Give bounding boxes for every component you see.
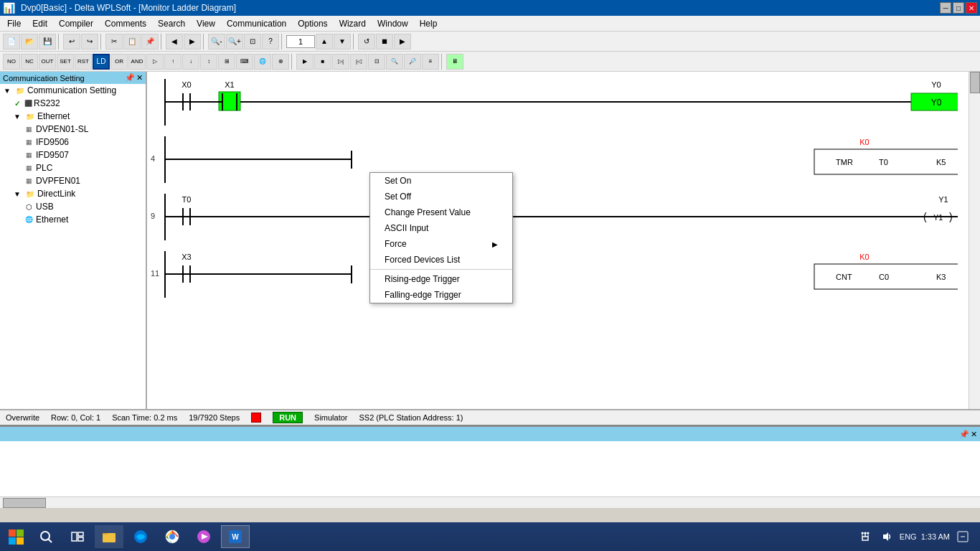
bottom-close-icon[interactable]: ✕ xyxy=(971,430,977,439)
tb2-25[interactable]: 🖥 xyxy=(446,54,463,70)
tb2-12[interactable]: ↕ xyxy=(200,54,217,70)
taskbar-task-view[interactable] xyxy=(63,525,92,548)
tb-back[interactable]: ◀ xyxy=(166,34,183,50)
tb-zoom-out[interactable]: 🔍- xyxy=(208,34,225,50)
v-scrollbar-thumb[interactable] xyxy=(970,72,980,93)
tb2-2[interactable]: NC xyxy=(21,54,38,70)
tree-dl-ethernet[interactable]: 🌐 Ethernet xyxy=(0,213,146,226)
ladder-area[interactable]: X0 X1 Y0 Y0 4 xyxy=(147,72,980,409)
tree-ethernet[interactable]: ▼ 📁 Ethernet xyxy=(0,110,146,123)
tb2-18[interactable]: ■ xyxy=(314,54,331,70)
tree-ifd9507[interactable]: ▦ IFD9507 xyxy=(0,149,146,161)
h-scrollbar-thumb[interactable] xyxy=(3,498,46,508)
tb2-8[interactable]: AND xyxy=(128,54,146,70)
tree-ifd9506[interactable]: ▦ IFD9506 xyxy=(0,136,146,149)
ctx-force[interactable]: Force ▶ xyxy=(370,236,512,252)
tb2-20[interactable]: |◁ xyxy=(350,54,367,70)
tree-dvpfen01[interactable]: ▦ DVPFEN01 xyxy=(0,174,146,187)
tree-root[interactable]: ▼ 📁 Communication Setting xyxy=(0,84,146,97)
tb-redo[interactable]: ↪ xyxy=(81,34,98,50)
tb2-11[interactable]: ↓ xyxy=(182,54,199,70)
tb-run[interactable]: ▶ xyxy=(394,34,411,50)
tb-paste[interactable]: 📌 xyxy=(141,34,159,50)
network-icon[interactable] xyxy=(857,528,874,545)
tb2-7[interactable]: OR xyxy=(110,54,128,70)
taskbar-wplsoft[interactable]: W xyxy=(221,525,250,548)
notification-icon[interactable] xyxy=(954,528,971,545)
tb-zoom-fit[interactable]: ⊡ xyxy=(244,34,261,50)
h-scrollbar[interactable] xyxy=(0,496,980,508)
tb2-5[interactable]: RST xyxy=(75,54,92,70)
tb2-13[interactable]: ⊞ xyxy=(218,54,235,70)
status-run-button[interactable]: RUN xyxy=(273,412,303,423)
tb2-4[interactable]: SET xyxy=(57,54,74,70)
tb2-10[interactable]: ↑ xyxy=(164,54,182,70)
tree-plc[interactable]: ▦ PLC xyxy=(0,161,146,174)
tb-new[interactable]: 📄 xyxy=(3,34,20,50)
tb2-24[interactable]: ≡ xyxy=(422,54,439,70)
tree-pin[interactable]: 📌 xyxy=(125,73,135,83)
ctx-falling-edge[interactable]: Falling-edge Trigger xyxy=(370,287,512,303)
tb2-3[interactable]: OUT xyxy=(39,54,56,70)
tb-step-down[interactable]: ▼ xyxy=(334,34,351,50)
tree-directlink[interactable]: ▼ 📁 DirectLink xyxy=(0,187,146,200)
restore-button[interactable]: □ xyxy=(953,2,964,14)
taskbar-edge[interactable] xyxy=(126,525,155,548)
tb-save[interactable]: 💾 xyxy=(39,34,56,50)
tb2-6[interactable]: LD xyxy=(93,54,110,70)
menu-wizard[interactable]: Wizard xyxy=(334,16,372,31)
taskbar-media[interactable] xyxy=(189,525,218,548)
tree-usb[interactable]: ⬡ USB xyxy=(0,200,146,213)
ctx-ascii-input[interactable]: ASCII Input xyxy=(370,220,512,236)
tb-open[interactable]: 📂 xyxy=(21,34,38,50)
tb2-1[interactable]: NO xyxy=(3,54,20,70)
start-button[interactable] xyxy=(3,524,29,550)
tb-undo[interactable]: ↩ xyxy=(63,34,80,50)
tree-rs232[interactable]: ✓ ⬛ RS232 xyxy=(0,97,146,110)
taskbar-file-explorer[interactable] xyxy=(95,525,123,548)
menu-options[interactable]: Options xyxy=(292,16,333,31)
ctx-set-off[interactable]: Set Off xyxy=(370,189,512,204)
step-input[interactable] xyxy=(286,35,315,48)
tb-zoom-in[interactable]: 🔍+ xyxy=(226,34,243,50)
menu-communication[interactable]: Communication xyxy=(221,16,292,31)
volume-icon[interactable] xyxy=(878,528,895,545)
tree-close[interactable]: ✕ xyxy=(136,73,143,83)
title-bar-controls[interactable]: ─ □ ✕ xyxy=(940,2,977,14)
taskbar-search[interactable] xyxy=(32,525,60,548)
tb2-21[interactable]: ⊡ xyxy=(368,54,385,70)
v-scrollbar[interactable] xyxy=(969,72,980,409)
menu-view[interactable]: View xyxy=(191,16,221,31)
menu-help[interactable]: Help xyxy=(414,16,443,31)
menu-comments[interactable]: Comments xyxy=(99,16,152,31)
close-button[interactable]: ✕ xyxy=(966,2,977,14)
tb-forward[interactable]: ▶ xyxy=(184,34,201,50)
ctx-set-on[interactable]: Set On xyxy=(370,173,512,189)
tb2-14[interactable]: ⌨ xyxy=(236,54,253,70)
tb2-23[interactable]: 🔎 xyxy=(404,54,421,70)
tb-refresh[interactable]: ↺ xyxy=(358,34,375,50)
taskbar-chrome[interactable] xyxy=(158,525,187,548)
menu-window[interactable]: Window xyxy=(372,16,414,31)
tb-copy[interactable]: 📋 xyxy=(123,34,141,50)
minimize-button[interactable]: ─ xyxy=(940,2,951,14)
ctx-rising-edge[interactable]: Rising-edge Trigger xyxy=(370,271,512,287)
ctx-change-present-value[interactable]: Change Present Value xyxy=(370,204,512,220)
bottom-panel-controls[interactable]: 📌 ✕ xyxy=(959,430,977,439)
tb2-16[interactable]: ⊗ xyxy=(272,54,289,70)
tb-stop[interactable]: ⏹ xyxy=(376,34,393,50)
tb-help[interactable]: ? xyxy=(262,34,279,50)
menu-file[interactable]: File xyxy=(1,16,27,31)
tb2-9[interactable]: ▷ xyxy=(146,54,164,70)
menu-edit[interactable]: Edit xyxy=(27,16,53,31)
bottom-pin[interactable]: 📌 xyxy=(959,430,969,439)
ctx-forced-devices[interactable]: Forced Devices List xyxy=(370,252,512,268)
tb-step-up[interactable]: ▲ xyxy=(316,34,333,50)
tree-dvpen01[interactable]: ▦ DVPEN01-SL xyxy=(0,123,146,136)
tb2-19[interactable]: ▷| xyxy=(332,54,349,70)
tb-cut[interactable]: ✂ xyxy=(105,34,123,50)
tb2-22[interactable]: 🔍 xyxy=(386,54,403,70)
menu-search[interactable]: Search xyxy=(152,16,191,31)
menu-compiler[interactable]: Compiler xyxy=(53,16,99,31)
tb2-17[interactable]: ▶ xyxy=(296,54,314,70)
